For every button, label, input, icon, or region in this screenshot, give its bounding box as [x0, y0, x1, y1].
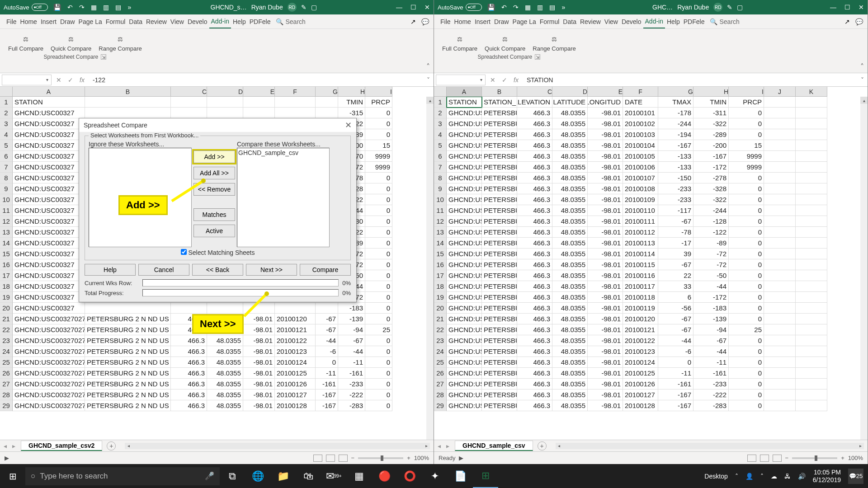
cell[interactable]: -278: [693, 173, 729, 183]
tray-cloud-icon[interactable]: ☁: [771, 473, 777, 480]
cell[interactable]: [796, 173, 827, 183]
cell[interactable]: 20100105: [623, 151, 658, 162]
chrome-icon[interactable]: ⭕: [397, 464, 422, 488]
close-button[interactable]: ✕: [425, 4, 430, 11]
comments-icon[interactable]: 💬: [421, 18, 429, 25]
qat-icon2[interactable]: ▥: [103, 4, 109, 11]
cell[interactable]: [796, 259, 827, 270]
col-header-B-r[interactable]: B: [482, 87, 517, 97]
cell[interactable]: PETERSBU: [482, 314, 517, 324]
cell[interactable]: 466.3: [517, 238, 552, 249]
cell[interactable]: -178: [658, 108, 693, 118]
grid-right[interactable]: A B C D E F G H I J K 1STATIONSTATION_EL…: [434, 87, 868, 440]
cell[interactable]: -98.01: [588, 249, 623, 259]
add-button[interactable]: Add >>: [193, 150, 235, 163]
matches-button[interactable]: Matches: [193, 208, 235, 221]
cell[interactable]: -6: [658, 346, 693, 357]
select-all-corner-r[interactable]: [434, 87, 447, 97]
cell[interactable]: [764, 346, 796, 357]
cell[interactable]: -233: [658, 183, 693, 194]
cell[interactable]: -98.01: [588, 368, 623, 379]
cell[interactable]: 20100115: [623, 259, 658, 270]
cell[interactable]: -150: [658, 173, 693, 183]
cell[interactable]: 20100102: [623, 118, 658, 129]
col-header-F[interactable]: F: [275, 87, 316, 97]
cell[interactable]: [764, 324, 796, 335]
cell[interactable]: -50: [693, 270, 729, 281]
autosave-toggle[interactable]: ● Off: [32, 4, 48, 11]
cell[interactable]: -98.01: [588, 379, 623, 389]
cell[interactable]: [764, 205, 796, 216]
cell[interactable]: [796, 303, 827, 314]
row-header[interactable]: 23: [0, 335, 13, 346]
tray-notifications[interactable]: 💬25: [848, 469, 863, 484]
row-header[interactable]: 16: [0, 259, 13, 270]
cell[interactable]: [764, 335, 796, 346]
cell[interactable]: PETERSBU: [482, 162, 517, 173]
cell[interactable]: 25: [729, 324, 764, 335]
cell[interactable]: [796, 162, 827, 173]
cell[interactable]: -98.01: [588, 335, 623, 346]
expand-formula-icon[interactable]: ˅: [857, 76, 868, 84]
cell[interactable]: 20100110: [623, 205, 658, 216]
tab-developer[interactable]: Develo: [186, 15, 209, 28]
qat-more[interactable]: »: [127, 4, 131, 11]
cell[interactable]: GHCND:US: [447, 216, 482, 227]
task-view-icon[interactable]: ⧉: [220, 464, 245, 488]
qat-icon3[interactable]: ▤: [549, 4, 555, 11]
cell[interactable]: 0: [729, 314, 764, 324]
cell[interactable]: TMIN: [693, 97, 729, 108]
cell[interactable]: 48.0355: [552, 270, 588, 281]
cell[interactable]: [764, 303, 796, 314]
cell[interactable]: -67: [658, 314, 693, 324]
row-header[interactable]: 9: [0, 183, 13, 194]
cell[interactable]: GHCND:USC00327: [13, 183, 85, 194]
cell[interactable]: 0: [658, 357, 693, 368]
cell[interactable]: [796, 183, 827, 194]
cell[interactable]: 466.3: [517, 108, 552, 118]
cell[interactable]: PRCP: [365, 97, 392, 108]
cell[interactable]: -322: [693, 118, 729, 129]
name-box-r[interactable]: [436, 75, 486, 85]
row-header[interactable]: 4: [0, 129, 13, 140]
cell[interactable]: 20100121: [623, 324, 658, 335]
cell[interactable]: [85, 97, 171, 108]
active-button[interactable]: Active: [193, 225, 235, 237]
full-compare-button-r[interactable]: ⚖Full Compare: [439, 32, 480, 53]
cell[interactable]: 48.0355: [552, 151, 588, 162]
cell[interactable]: 0: [729, 183, 764, 194]
tab-view-r[interactable]: View: [603, 15, 620, 28]
cell[interactable]: 48.0355: [552, 292, 588, 303]
cell[interactable]: [796, 357, 827, 368]
cell[interactable]: GHCND:US: [447, 238, 482, 249]
cell[interactable]: GHCND:US: [447, 118, 482, 129]
cell[interactable]: 466.3: [517, 173, 552, 183]
row-header[interactable]: 17: [0, 270, 13, 281]
cell[interactable]: [796, 389, 827, 400]
cell[interactable]: GHCND:US: [447, 389, 482, 400]
col-header-D[interactable]: D: [207, 87, 243, 97]
page-break-button-r[interactable]: [773, 455, 782, 462]
cell[interactable]: [764, 389, 796, 400]
row-header[interactable]: 25: [0, 357, 13, 368]
cell[interactable]: -78: [658, 227, 693, 238]
cell[interactable]: 0: [729, 205, 764, 216]
cell[interactable]: 0: [729, 368, 764, 379]
cell[interactable]: 466.3: [517, 259, 552, 270]
cell[interactable]: GHCND:US: [447, 270, 482, 281]
cancel-fx-icon[interactable]: ✕: [490, 76, 495, 84]
tab-help-r[interactable]: Help: [665, 15, 682, 28]
row-header[interactable]: 24: [0, 346, 13, 357]
start-button[interactable]: ⊞: [0, 464, 25, 488]
cell[interactable]: PETERSBU: [482, 173, 517, 183]
cell[interactable]: 0: [729, 357, 764, 368]
cell[interactable]: 20100118: [623, 292, 658, 303]
col-header-I-r[interactable]: I: [729, 87, 764, 97]
cell[interactable]: [764, 140, 796, 151]
cell[interactable]: [796, 97, 827, 108]
cell[interactable]: GHCND:US: [447, 357, 482, 368]
cell[interactable]: [796, 216, 827, 227]
horizontal-scrollbar[interactable]: ◂▸: [125, 443, 430, 449]
cell[interactable]: -98.01: [588, 151, 623, 162]
cell[interactable]: -67: [658, 216, 693, 227]
